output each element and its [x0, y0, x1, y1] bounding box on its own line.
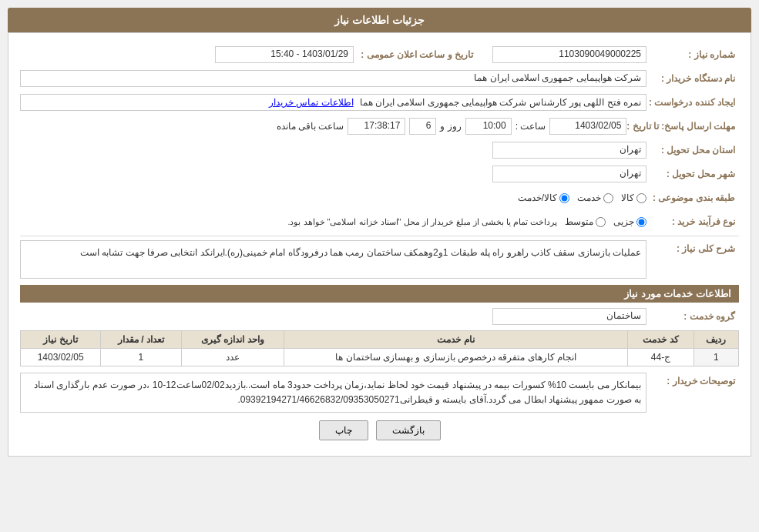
noefarahand-description: پرداخت تمام یا بخشی از مبلغ خریدار از مح…	[287, 217, 557, 227]
sharh-label: شرح کلی نیاز :	[646, 240, 739, 254]
tarifBandi-khedmat-label: خدمت	[577, 192, 601, 203]
mohlat-roz: 6	[409, 118, 436, 135]
cell-vahed: عدد	[181, 349, 284, 366]
mohlat-baqi-label: ساعت باقی مانده	[277, 121, 344, 132]
mohlat-date: 1403/02/05	[549, 118, 626, 135]
noefarahand-motevaset-label: متوسط	[565, 216, 593, 227]
chap-button[interactable]: چاپ	[319, 420, 368, 440]
namDastgah-value: شرکت هواپیمایی جمهوری اسلامی ایران هما	[20, 70, 646, 87]
mohlat-countdown: 17:38:17	[348, 118, 405, 135]
shomareNiaz-label: شماره نیاز :	[646, 49, 739, 60]
noefarahand-label: نوع فرآیند خرید :	[646, 216, 739, 227]
col-namKhedmat: نام خدمت	[284, 331, 628, 349]
tarikh-label: تاریخ و ساعت اعلان عمومی :	[354, 49, 477, 60]
tarikh-value: 1403/01/29 - 15:40	[215, 46, 354, 63]
tarifBandi-kala-radio[interactable]	[636, 193, 646, 203]
table-row: 1ج-44انجام کارهای متفرقه درخصوص بازسازی …	[21, 349, 739, 366]
tarifBandi-label: طبقه بندی موضوعی :	[646, 192, 739, 203]
ijaadKonande-label: ایجاد کننده درخواست :	[646, 97, 739, 108]
tarifBandi-kala-label: کالا	[621, 192, 634, 203]
noefarahand-jazei-label: جزیی	[613, 216, 634, 227]
col-tarikh: تاریخ نیاز	[21, 331, 101, 349]
khadamat-table: ردیف کد خدمت نام خدمت واحد اندازه گیری ت…	[20, 330, 739, 366]
page-title: جزئیات اطلاعات نیاز	[8, 8, 751, 32]
col-vahed: واحد اندازه گیری	[181, 331, 284, 349]
ijaadKonande-link[interactable]: اطلاعات تماس خریدار	[269, 97, 354, 108]
grohe-value: ساختمان	[492, 308, 646, 325]
cell-tarikh: 1403/02/05	[21, 349, 101, 366]
ijaadKonande-value: نمره فتح اللهی پور کارشناس شرکت هواپیمای…	[20, 94, 646, 111]
tarifBandi-kala-item[interactable]: کالا	[621, 192, 646, 203]
noefarahand-motevaset-radio[interactable]	[596, 217, 606, 227]
sharh-value: عملیات بازسازی سقف کاذب راهرو راه پله طب…	[20, 240, 646, 279]
khadamat-section-title: اطلاعات خدمات مورد نیاز	[20, 285, 739, 303]
tarifBandi-kalaKhedmat-item[interactable]: کالا/خدمت	[518, 192, 569, 203]
tarifBandi-khedmat-item[interactable]: خدمت	[577, 192, 613, 203]
shomareNiaz-value: 1103090049000225	[492, 46, 646, 63]
bazgasht-button[interactable]: بازگشت	[376, 420, 441, 440]
noefarahand-jazei-radio[interactable]	[636, 217, 646, 227]
noefarahand-jazei-item[interactable]: جزیی	[613, 216, 646, 227]
shahr-value: تهران	[492, 166, 646, 182]
tosihKharidar-label: توصیحات خریدار :	[646, 373, 739, 386]
col-kodKhedmat: کد خدمت	[628, 331, 694, 349]
cell-kodKhedmat: ج-44	[628, 349, 694, 366]
cell-namKhedmat: انجام کارهای متفرقه درخصوص بازسازی و بهس…	[284, 349, 628, 366]
tarifBandi-khedmat-radio[interactable]	[603, 193, 613, 203]
mohlat-saat-label: ساعت :	[516, 121, 546, 132]
cell-tedad: 1	[101, 349, 181, 366]
tarifBandi-kalaKhedmat-label: کالا/خدمت	[518, 192, 557, 203]
ostan-label: استان محل تحویل :	[646, 145, 739, 156]
grohe-label: گروه خدمت :	[646, 311, 739, 322]
col-tedad: تعداد / مقدار	[101, 331, 181, 349]
cell-radif: 1	[694, 349, 738, 366]
mohlat-roz-label: روز و	[440, 121, 461, 132]
button-row: بازگشت چاپ	[20, 420, 739, 440]
ijaadKonande-text: نمره فتح اللهی پور کارشناس شرکت هواپیمای…	[360, 97, 641, 108]
mohlat-label: مهلت ارسال پاسخ: تا تاریخ :	[626, 121, 739, 132]
ostan-value: تهران	[492, 142, 646, 159]
noefarahand-group: جزیی متوسط پرداخت تمام یا بخشی از مبلغ خ…	[20, 216, 646, 227]
namDastgah-label: نام دستگاه خریدار :	[646, 73, 739, 84]
tarifBandi-kalaKhedmat-radio[interactable]	[559, 193, 569, 203]
col-radif: ردیف	[694, 331, 738, 349]
shahr-label: شهر محل تحویل :	[646, 169, 739, 179]
noefarahand-motevaset-item[interactable]: متوسط	[565, 216, 606, 227]
tosihKharidar-value: بیمانکار می بایست 10% کسورات بیمه در پیش…	[20, 373, 646, 413]
mohlat-saat: 10:00	[465, 118, 512, 135]
tarifBandi-group: کالا خدمت کالا/خدمت	[20, 192, 646, 203]
